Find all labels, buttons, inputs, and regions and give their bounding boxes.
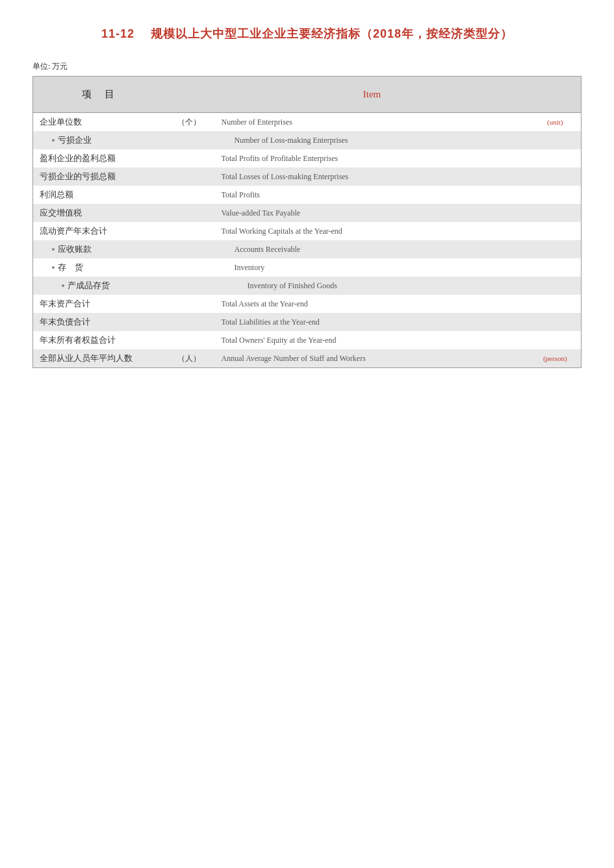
table-row: ﹡产成品存货Inventory of Finished Goods [33, 277, 582, 295]
table-row: 亏损企业的亏损总额Total Losses of Loss-making Ent… [33, 167, 582, 186]
header-unit-right [530, 77, 582, 113]
unit-cell-left [163, 131, 215, 149]
table-row: ﹡存 货Inventory [33, 258, 582, 277]
chinese-name-cell: 亏损企业的亏损总额 [33, 167, 163, 186]
header-item: Item [215, 77, 530, 113]
english-name-cell: Accounts Receivable [215, 240, 530, 258]
unit-cell-left [163, 240, 215, 258]
chinese-name-cell: ﹡应收账款 [33, 240, 163, 258]
chinese-name-cell: ﹡产成品存货 [33, 277, 163, 295]
unit-cell-right [530, 240, 582, 258]
unit-cell-right [530, 295, 582, 313]
chinese-name-cell: 年末负债合计 [33, 313, 163, 331]
english-name-cell: Total Assets at the Year-end [215, 295, 530, 313]
table-row: ﹡亏损企业Number of Loss-making Enterprises [33, 131, 582, 149]
chinese-name-cell: 年末所有者权益合计 [33, 331, 163, 349]
unit-cell-right [530, 331, 582, 349]
english-name-cell: Value-added Tax Payable [215, 204, 530, 222]
chinese-name-cell: 利润总额 [33, 186, 163, 204]
chinese-name-cell: 企业单位数 [33, 113, 163, 132]
table-row: 年末资产合计Total Assets at the Year-end [33, 295, 582, 313]
header-chinese: 项 目 [33, 77, 163, 113]
english-name-cell: Number of Loss-making Enterprises [215, 131, 530, 149]
unit-cell-right [530, 131, 582, 149]
chinese-name-cell: ﹡亏损企业 [33, 131, 163, 149]
chinese-name-cell: ﹡存 货 [33, 258, 163, 277]
unit-cell-left [163, 167, 215, 186]
unit-cell-right [530, 186, 582, 204]
unit-cell-left [163, 222, 215, 240]
unit-cell-right [530, 313, 582, 331]
table-header-row: 项 目 Item [33, 77, 582, 113]
chinese-name-cell: 应交增值税 [33, 204, 163, 222]
table-row: 应交增值税Value-added Tax Payable [33, 204, 582, 222]
table-row: 年末负债合计Total Liabilities at the Year-end [33, 313, 582, 331]
chinese-name-cell: 盈利企业的盈利总额 [33, 149, 163, 167]
unit-cell-left [163, 313, 215, 331]
table-row: ﹡应收账款Accounts Receivable [33, 240, 582, 258]
unit-cell-left [163, 204, 215, 222]
unit-cell-left [163, 258, 215, 277]
english-name-cell: Total Working Capitals at the Year-end [215, 222, 530, 240]
unit-cell-right [530, 149, 582, 167]
page-title: 11-12 规模以上大中型工业企业主要经济指标（2018年，按经济类型分） [32, 26, 582, 42]
table-row: 流动资产年末合计Total Working Capitals at the Ye… [33, 222, 582, 240]
unit-cell-left [163, 295, 215, 313]
table-row: 利润总额Total Profits [33, 186, 582, 204]
unit-cell-left: （人） [163, 349, 215, 368]
chinese-name-cell: 全部从业人员年平均人数 [33, 349, 163, 368]
english-name-cell: Total Profits of Profitable Enterprises [215, 149, 530, 167]
table-row: 盈利企业的盈利总额Total Profits of Profitable Ent… [33, 149, 582, 167]
main-table: 项 目 Item 企业单位数（个）Number of Enterprises(u… [32, 76, 582, 368]
english-name-cell: Annual Average Number of Staff and Worke… [215, 349, 530, 368]
table-row: 企业单位数（个）Number of Enterprises(unit) [33, 113, 582, 132]
unit-cell-right: (person) [530, 349, 582, 368]
header-xiang: 项 [82, 88, 92, 101]
unit-cell-right: (unit) [530, 113, 582, 132]
unit-cell-right [530, 204, 582, 222]
english-name-cell: Total Profits [215, 186, 530, 204]
unit-cell-right [530, 167, 582, 186]
unit-cell-left [163, 277, 215, 295]
unit-label: 单位: 万元 [32, 61, 582, 72]
unit-cell-right [530, 277, 582, 295]
english-name-cell: Total Owners' Equity at the Year-end [215, 331, 530, 349]
unit-cell-left [163, 186, 215, 204]
chinese-name-cell: 流动资产年末合计 [33, 222, 163, 240]
unit-cell-left [163, 331, 215, 349]
chinese-name-cell: 年末资产合计 [33, 295, 163, 313]
unit-cell-right [530, 222, 582, 240]
table-row: 全部从业人员年平均人数（人）Annual Average Number of S… [33, 349, 582, 368]
english-name-cell: Inventory of Finished Goods [215, 277, 530, 295]
table-row: 年末所有者权益合计Total Owners' Equity at the Yea… [33, 331, 582, 349]
english-name-cell: Number of Enterprises [215, 113, 530, 132]
english-name-cell: Total Liabilities at the Year-end [215, 313, 530, 331]
unit-cell-left [163, 149, 215, 167]
english-name-cell: Inventory [215, 258, 530, 277]
header-mu: 目 [105, 88, 114, 101]
header-unit-left [163, 77, 215, 113]
english-name-cell: Total Losses of Loss-making Enterprises [215, 167, 530, 186]
unit-cell-right [530, 258, 582, 277]
unit-cell-left: （个） [163, 113, 215, 132]
